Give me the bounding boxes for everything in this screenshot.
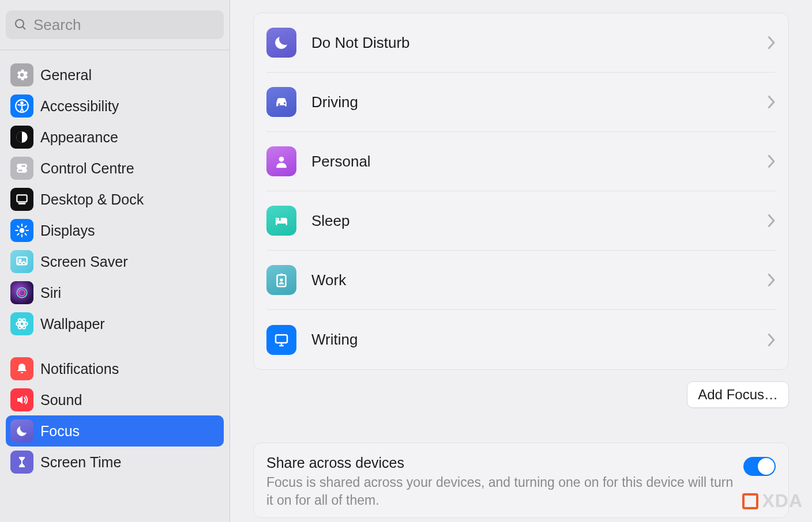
focus-row-label: Driving [311, 93, 766, 111]
add-focus-row: Add Focus… [253, 381, 789, 408]
chevron-right-icon [766, 36, 776, 50]
sidebar-item-desktop-dock[interactable]: Desktop & Dock [6, 184, 224, 215]
sidebar-item-label: Notifications [40, 361, 119, 377]
svg-line-17 [25, 233, 26, 234]
focus-row-personal[interactable]: Personal [266, 132, 776, 191]
chevron-right-icon [766, 333, 776, 347]
svg-rect-30 [280, 274, 283, 276]
focus-row-label: Work [311, 271, 766, 289]
svg-rect-9 [17, 195, 27, 202]
wallpaper-icon [10, 312, 33, 335]
sidebar-item-label: Appearance [40, 129, 118, 146]
bed-icon [266, 206, 296, 236]
sidebar-item-displays[interactable]: Displays [6, 215, 224, 246]
sidebar-item-label: Control Centre [40, 160, 134, 177]
svg-rect-10 [18, 203, 26, 205]
svg-point-0 [16, 20, 24, 28]
focus-row-label: Personal [311, 153, 766, 171]
svg-point-31 [280, 278, 283, 282]
svg-line-18 [17, 233, 18, 234]
share-across-devices-card: Share across devices Focus is shared acr… [253, 442, 789, 518]
car-icon [266, 87, 296, 117]
badge-icon [266, 265, 296, 295]
sidebar-item-label: General [40, 67, 92, 84]
sidebar: General Accessibility Appearance Control… [0, 0, 230, 522]
sidebar-item-siri[interactable]: Siri [6, 277, 224, 308]
chevron-right-icon [766, 214, 776, 228]
share-toggle[interactable] [743, 457, 776, 476]
screensaver-icon [10, 250, 33, 273]
focus-row-label: Sleep [311, 212, 766, 230]
sidebar-item-label: Sound [40, 392, 82, 408]
sidebar-item-label: Focus [40, 423, 80, 440]
sound-icon [10, 388, 33, 411]
sidebar-item-label: Siri [40, 285, 61, 301]
sidebar-item-control-centre[interactable]: Control Centre [6, 153, 224, 184]
search-input[interactable] [33, 16, 216, 34]
search-container [0, 0, 230, 50]
gear-icon [10, 63, 33, 86]
sidebar-item-label: Displays [40, 222, 95, 239]
focus-row-writing[interactable]: Writing [266, 310, 776, 369]
dock-icon [10, 188, 33, 211]
sidebar-item-label: Accessibility [40, 98, 119, 115]
share-text: Share across devices Focus is shared acr… [266, 455, 743, 509]
chevron-right-icon [766, 154, 776, 168]
svg-point-11 [20, 228, 25, 233]
sidebar-item-focus[interactable]: Focus [6, 415, 224, 447]
sidebar-item-label: Wallpaper [40, 316, 105, 332]
svg-point-24 [20, 322, 24, 326]
sidebar-item-wallpaper[interactable]: Wallpaper [6, 308, 224, 339]
sidebar-item-notifications[interactable]: Notifications [6, 353, 224, 384]
watermark-text: XDA [762, 490, 803, 512]
focus-row-driving[interactable]: Driving [266, 73, 776, 132]
moon-icon [10, 419, 33, 442]
svg-rect-32 [276, 335, 287, 343]
chevron-right-icon [766, 95, 776, 109]
sidebar-group-1: General Accessibility Appearance Control… [6, 59, 224, 339]
svg-point-23 [19, 290, 25, 296]
chevron-right-icon [766, 273, 776, 287]
watermark-icon [742, 493, 758, 509]
siri-icon [10, 281, 33, 304]
svg-point-7 [19, 165, 21, 167]
sidebar-item-label: Screen Saver [40, 254, 127, 270]
focus-row-label: Writing [311, 331, 766, 349]
sidebar-item-sound[interactable]: Sound [6, 384, 224, 415]
person-icon [266, 146, 296, 176]
focus-row-sleep[interactable]: Sleep [266, 191, 776, 251]
svg-point-28 [279, 157, 284, 162]
sidebar-item-label: Screen Time [40, 454, 121, 471]
add-focus-button[interactable]: Add Focus… [687, 381, 789, 408]
search-icon [14, 18, 28, 32]
focus-row-do-not-disturb[interactable]: Do Not Disturb [266, 13, 776, 73]
displays-icon [10, 219, 33, 242]
sidebar-list: General Accessibility Appearance Control… [0, 50, 230, 497]
focus-modes-card: Do Not Disturb Driving Personal Sleep Wo… [253, 13, 789, 370]
sidebar-item-screen-saver[interactable]: Screen Saver [6, 246, 224, 277]
sidebar-group-2: Notifications Sound Focus Screen Time [6, 353, 224, 478]
toggle-knob [758, 458, 775, 475]
accessibility-icon [10, 94, 33, 118]
sidebar-item-label: Desktop & Dock [40, 191, 144, 208]
hourglass-icon [10, 451, 33, 474]
search-box[interactable] [6, 10, 224, 39]
share-title: Share across devices [266, 455, 743, 471]
svg-line-16 [17, 226, 18, 227]
sidebar-item-screen-time[interactable]: Screen Time [6, 447, 224, 478]
appearance-icon [10, 126, 33, 149]
focus-row-label: Do Not Disturb [311, 34, 766, 52]
sidebar-item-general[interactable]: General [6, 59, 224, 90]
svg-line-19 [25, 226, 26, 227]
moon-icon [266, 28, 296, 58]
focus-row-work[interactable]: Work [266, 251, 776, 310]
svg-line-1 [22, 27, 25, 29]
control-centre-icon [10, 157, 33, 180]
sidebar-item-appearance[interactable]: Appearance [6, 122, 224, 153]
share-description: Focus is shared across your devices, and… [266, 474, 743, 509]
svg-point-3 [21, 102, 22, 104]
bell-icon [10, 357, 33, 380]
sidebar-item-accessibility[interactable]: Accessibility [6, 90, 224, 122]
svg-point-8 [23, 169, 25, 171]
main-panel: Do Not Disturb Driving Personal Sleep Wo… [230, 0, 812, 522]
